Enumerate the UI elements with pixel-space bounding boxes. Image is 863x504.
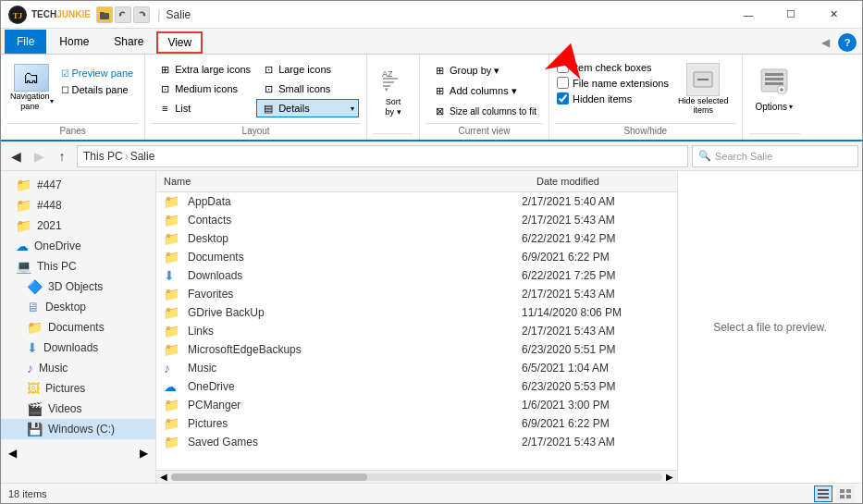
details-pane-btn[interactable]: ☐ Details pane (57, 82, 138, 97)
sidebar-item-onedrive[interactable]: ☁ OneDrive (1, 236, 155, 256)
item-check-boxes-option[interactable]: Item check boxes (557, 61, 669, 73)
nav-forward-button[interactable]: ▶ (28, 145, 50, 167)
file-row-favorites[interactable]: 📁 Favorites 2/17/2021 5:43 AM (156, 285, 677, 303)
file-name-extensions-option[interactable]: File name extensions (557, 77, 669, 89)
ribbon-back-nav[interactable]: ◀ (814, 31, 836, 54)
svg-rect-3 (100, 12, 105, 14)
address-bar[interactable]: This PC › Salie (77, 145, 688, 167)
sidebar-item-3dobjects[interactable]: 🔷 3D Objects (1, 277, 155, 297)
add-columns-btn[interactable]: ⊞ Add columns ▾ (427, 81, 522, 100)
navbar: ◀ ▶ ↑ This PC › Salie 🔍 Search Salie (1, 141, 862, 171)
downloads-date: 6/22/2021 7:25 PM (522, 269, 670, 282)
hide-selected-items-btn[interactable]: Hide selected items (672, 61, 734, 117)
tab-share[interactable]: Share (102, 30, 155, 54)
gdrive-name: GDrive BackUp (188, 306, 522, 319)
svg-text:TJ: TJ (13, 11, 23, 20)
list-icon: ≡ (157, 102, 172, 115)
search-bar[interactable]: 🔍 Search Salie (692, 145, 858, 167)
svg-rect-25 (846, 489, 851, 493)
sidebar-item-desktop-label: Desktop (45, 301, 86, 313)
file-row-documents[interactable]: 📁 Documents 6/9/2021 6:22 PM (156, 248, 677, 266)
file-name-extensions-checkbox[interactable] (557, 77, 569, 89)
hidden-items-option[interactable]: Hidden items (557, 92, 669, 104)
status-list-view-btn[interactable] (814, 486, 832, 502)
preview-text: Select a file to preview. (695, 302, 845, 352)
item-check-boxes-checkbox[interactable] (557, 61, 569, 73)
nav-back-button[interactable]: ◀ (5, 145, 27, 167)
tab-home[interactable]: Home (47, 30, 101, 54)
sidebar: 📁 #447 📁 #448 📁 2021 ☁ OneDrive 💻 This P… (1, 171, 156, 483)
onedrive-name: OneDrive (188, 380, 522, 393)
sidebar-item-448[interactable]: 📁 #448 (1, 195, 155, 215)
file-row-savedgames[interactable]: 📁 Saved Games 2/17/2021 5:43 AM (156, 433, 677, 451)
sidebar-item-447[interactable]: 📁 #447 (1, 175, 155, 195)
music-icon: ♪ (27, 361, 33, 375)
close-button[interactable]: ✕ (812, 1, 855, 29)
list-btn[interactable]: ≡ List (153, 99, 255, 117)
nav-pane-label: Navigation pane ▾ (10, 92, 54, 112)
group-by-btn[interactable]: ⊞ Group by ▾ (427, 61, 504, 80)
links-date: 2/17/2021 5:43 AM (522, 325, 670, 338)
sidebar-item-music[interactable]: ♪ Music (1, 358, 155, 378)
file-row-gdrive[interactable]: 📁 GDrive BackUp 11/14/2020 8:06 PM (156, 303, 677, 322)
details-btn[interactable]: ▤ Details ▾ (256, 99, 359, 117)
options-button[interactable]: Options ▾ (750, 62, 798, 117)
status-grid-view-btn[interactable] (836, 486, 855, 502)
sidebar-scroll-right[interactable]: ▶ (140, 447, 148, 460)
horizontal-scrollbar[interactable]: ◀ ▶ (156, 470, 677, 483)
qat-btn-1[interactable] (96, 6, 113, 23)
file-row-appdata[interactable]: 📁 AppData 2/17/2021 5:40 AM (156, 192, 677, 211)
sidebar-item-downloads[interactable]: ⬇ Downloads (1, 338, 155, 358)
sidebar-item-pictures-label: Pictures (45, 382, 85, 395)
sidebar-scroll-left[interactable]: ◀ (8, 447, 17, 460)
sidebar-item-documents[interactable]: 📁 Documents (1, 317, 155, 338)
sidebar-item-videos[interactable]: 🎬 Videos (1, 399, 155, 419)
size-all-columns-btn[interactable]: ⊠ Size all columns to fit (427, 102, 541, 120)
sidebar-item-downloads-label: Downloads (43, 341, 98, 354)
techjunkie-label: TECHJUNKIE (31, 9, 91, 19)
gdrive-icon: 📁 (164, 305, 182, 320)
options-icon-svg (759, 66, 789, 95)
nav-up-button[interactable]: ↑ (51, 145, 73, 167)
maximize-button[interactable]: ☐ (770, 1, 812, 29)
sidebar-item-pictures[interactable]: 🖼 Pictures (1, 378, 155, 399)
medium-icons-btn[interactable]: ⊡ Medium icons (153, 80, 255, 98)
preview-pane-btn[interactable]: ☑ Preview pane (57, 66, 138, 80)
scroll-left-btn[interactable]: ◀ (158, 472, 169, 482)
onedrive-date: 6/23/2020 5:53 PM (522, 380, 670, 393)
file-row-onedrive[interactable]: ☁ OneDrive 6/23/2020 5:53 PM (156, 377, 677, 396)
msedge-icon: 📁 (164, 342, 182, 357)
sidebar-item-2021[interactable]: 📁 2021 (1, 215, 155, 236)
col-header-name[interactable]: Name (156, 173, 529, 190)
qat-btn-3[interactable] (133, 6, 150, 23)
minimize-button[interactable]: — (727, 1, 770, 29)
sidebar-item-thispc[interactable]: 💻 This PC (1, 256, 155, 277)
extra-large-icons-btn[interactable]: ⊞ Extra large icons (153, 60, 255, 79)
sort-by-button[interactable]: AZ ▾ Sort by ▾ (375, 62, 412, 121)
file-row-desktop[interactable]: 📁 Desktop 6/22/2021 9:42 PM (156, 229, 677, 248)
file-row-pcmanger[interactable]: 📁 PCManger 1/6/2021 3:00 PM (156, 396, 677, 414)
ribbon-help-btn[interactable]: ? (838, 33, 857, 52)
qat-btn-2[interactable] (115, 6, 131, 23)
scroll-right-btn[interactable]: ▶ (664, 472, 675, 482)
file-row-msedgebackups[interactable]: 📁 MicrosoftEdgeBackups 6/23/2020 5:51 PM (156, 340, 677, 359)
nav-pane-button[interactable]: 🗂 Navigation pane ▾ (8, 62, 55, 114)
small-icons-btn[interactable]: ⊡ Small icons (256, 80, 359, 98)
file-row-links[interactable]: 📁 Links 2/17/2021 5:43 AM (156, 322, 677, 340)
file-row-downloads[interactable]: ⬇ Downloads 6/22/2021 7:25 PM (156, 266, 677, 285)
scroll-thumb[interactable] (171, 473, 367, 481)
sidebar-item-desktop[interactable]: 🖥 Desktop (1, 297, 155, 317)
hidden-items-checkbox[interactable] (557, 92, 569, 104)
file-row-pictures[interactable]: 📁 Pictures 6/9/2021 6:22 PM (156, 414, 677, 433)
documents-icon: 📁 (27, 320, 43, 335)
pcmanger-icon: 📁 (164, 398, 182, 412)
file-row-music[interactable]: ♪ Music 6/5/2021 1:04 AM (156, 359, 677, 377)
tab-view[interactable]: View (156, 31, 203, 54)
sidebar-item-windowsc[interactable]: 💾 Windows (C:) (1, 419, 155, 439)
large-icons-btn[interactable]: ⊡ Large icons (256, 60, 359, 79)
ribbon-panes-section: 🗂 Navigation pane ▾ ☑ Preview pane ☐ (1, 55, 145, 140)
preview-pane-icon: ☑ (61, 68, 69, 79)
col-header-date[interactable]: Date modified (529, 173, 677, 190)
file-row-contacts[interactable]: 📁 Contacts 2/17/2021 5:43 AM (156, 211, 677, 229)
tab-file[interactable]: File (5, 30, 46, 54)
